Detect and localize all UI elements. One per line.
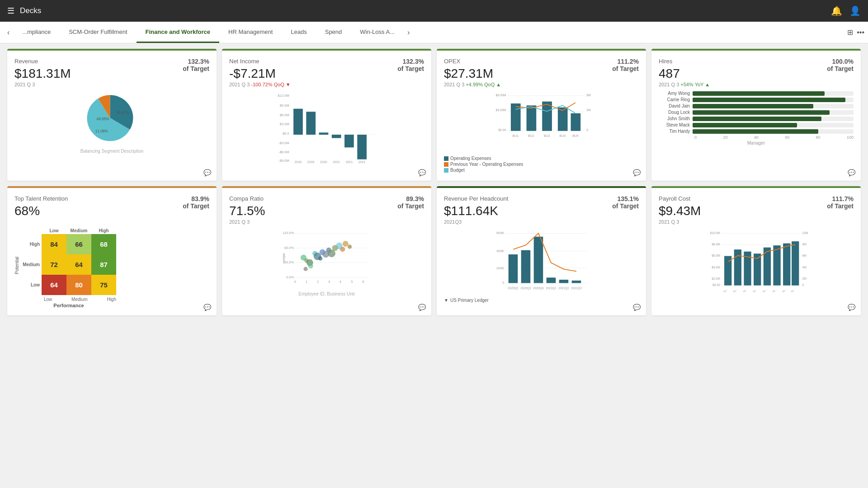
svg-text:$4.00M: $4.00M (495, 108, 506, 112)
talent-card: Top Talent Retention 83.9% of Target 68%… (7, 186, 217, 315)
svg-text:-$6.0M: -$6.0M (278, 150, 289, 154)
svg-text:$8.00M: $8.00M (495, 94, 506, 97)
tab-leads[interactable]: Leads (282, 22, 316, 43)
revenue-target: 132.3% of Target (183, 58, 209, 72)
svg-text:8M: 8M (802, 243, 807, 246)
net-income-card: Net Income 132.3% of Target -$7.21M 2021… (222, 49, 431, 181)
revenue-title: Revenue (14, 58, 209, 65)
svg-text:10M: 10M (802, 231, 809, 235)
svg-rect-17 (357, 135, 367, 160)
tab-compliance[interactable]: ...mpliance (13, 22, 60, 43)
svg-point-79 (348, 244, 352, 249)
payroll-title: Payroll Cost (659, 195, 854, 202)
opex-target: 111.2% of Target (612, 58, 639, 72)
svg-text:compa: compa (282, 253, 286, 263)
nav-prev-arrow[interactable]: ‹ (4, 28, 13, 37)
hires-card: Hires 100.0% of Target 487 2021 Q 3 +54%… (651, 49, 861, 181)
svg-text:400K: 400K (496, 249, 504, 253)
svg-text:BU4: BU4 (560, 134, 566, 137)
hires-comment-icon[interactable]: 💬 (848, 169, 855, 176)
app-title: Decks (20, 6, 831, 15)
svg-rect-127 (792, 241, 799, 286)
svg-rect-125 (773, 245, 780, 286)
nav-next-arrow[interactable]: › (404, 28, 413, 37)
compa-title: Compa Ratio (229, 195, 424, 202)
hires-period: 2021 Q 3 +54% YoY ▲ (659, 82, 854, 87)
svg-rect-13 (306, 112, 316, 135)
svg-point-80 (308, 263, 313, 268)
header-icons: 🔔 👤 (831, 5, 861, 16)
svg-text:2020: 2020 (295, 160, 302, 164)
rev-headcount-comment-icon[interactable]: 💬 (633, 304, 641, 311)
svg-rect-121 (734, 249, 741, 285)
talent-matrix: Potential LowMediumHigh High 84 (14, 223, 209, 308)
compa-value: 71.5% (229, 204, 424, 218)
compa-comment-icon[interactable]: 💬 (418, 304, 426, 311)
tab-finance[interactable]: Finance and Workforce (137, 22, 220, 43)
svg-rect-12 (293, 109, 303, 135)
svg-text:BU2: BU2 (528, 134, 534, 137)
svg-rect-42 (558, 108, 568, 131)
payroll-combo: $10.0M $8.0M $6.0M $4.0M $2.0M $0.00 10M… (659, 229, 854, 292)
svg-text:$6.0M: $6.0M (280, 113, 289, 117)
svg-text:120.0%: 120.0% (283, 231, 294, 235)
talent-comment-icon[interactable]: 💬 (203, 304, 211, 311)
svg-text:$6.0M: $6.0M (712, 254, 720, 257)
opex-comment-icon[interactable]: 💬 (633, 169, 641, 176)
revenue-value: $181.31M (14, 66, 209, 81)
svg-point-81 (303, 267, 307, 271)
svg-text:BU5: BU5 (572, 134, 579, 137)
net-income-target: 132.3% of Target (397, 58, 424, 72)
revenue-chart: 49.05% 39.87% 11.08% (14, 91, 209, 145)
svg-text:2021Q3: 2021Q3 (571, 286, 582, 290)
more-icon[interactable]: ••• (857, 28, 864, 37)
svg-text:2021: 2021 (359, 160, 366, 164)
menu-icon[interactable]: ☰ (7, 6, 14, 16)
ledger-label: ▼ US Primary Ledger (444, 298, 639, 303)
svg-rect-91 (521, 250, 531, 283)
svg-text:2020Q4: 2020Q4 (533, 286, 544, 290)
opex-title: OPEX (444, 58, 639, 65)
talent-target: 83.9% of Target (183, 195, 209, 210)
compa-scatter: 120.0% 80.0% 40.0% 0.0% compa 0 1 2 3 4 … (229, 229, 424, 288)
tab-winloss[interactable]: Win-Loss A... (351, 22, 404, 43)
svg-text:2021Q2: 2021Q2 (558, 286, 569, 290)
svg-rect-40 (527, 105, 537, 131)
svg-point-70 (318, 256, 322, 260)
svg-text:0: 0 (294, 280, 296, 284)
revenue-chart-label: Balancing Segment Description (14, 149, 209, 154)
svg-text:$12.0M: $12.0M (278, 94, 289, 98)
tab-scm[interactable]: SCM-Order Fulfillment (60, 22, 136, 43)
nav-actions: ⊞ ••• (847, 28, 864, 37)
svg-text:$2.0M: $2.0M (712, 277, 720, 280)
tab-hr[interactable]: HR Management (219, 22, 282, 43)
svg-text:6M: 6M (802, 254, 807, 257)
svg-text:5: 5 (351, 280, 353, 284)
bell-icon[interactable]: 🔔 (831, 5, 842, 16)
rev-headcount-period: 2021Q3 (444, 219, 639, 225)
svg-text:$0.00: $0.00 (498, 128, 506, 131)
net-income-title: Net Income (229, 58, 424, 65)
svg-text:2020Q2: 2020Q2 (508, 286, 519, 290)
compa-period: 2021 Q 3 (229, 219, 424, 225)
svg-text:-$9.0M: -$9.0M (278, 159, 289, 163)
svg-text:6: 6 (362, 280, 364, 284)
dashboard: Revenue 132.3% of Target $181.31M 2021 Q… (0, 43, 868, 321)
revenue-comment-icon[interactable]: 💬 (203, 169, 211, 176)
svg-rect-39 (511, 103, 521, 131)
net-income-period: 2021 Q 3 -100.72% QoQ ▼ (229, 82, 424, 87)
user-icon[interactable]: 👤 (849, 5, 861, 16)
svg-rect-43 (571, 113, 581, 131)
payroll-comment-icon[interactable]: 💬 (848, 304, 855, 311)
svg-text:$9.0M: $9.0M (280, 103, 289, 108)
talent-title: Top Talent Retention (14, 195, 209, 202)
hires-value: 487 (659, 66, 854, 81)
svg-text:2M: 2M (802, 277, 807, 280)
svg-text:BU1: BU1 (513, 134, 519, 137)
svg-text:-$3.0M: -$3.0M (278, 141, 289, 145)
tab-spend[interactable]: Spend (316, 22, 351, 43)
net-income-comment-icon[interactable]: 💬 (418, 169, 426, 176)
revenue-pie: 49.05% 39.87% 11.08% (76, 91, 148, 145)
nav-tabs: ‹ ...mpliance SCM-Order Fulfillment Fina… (0, 22, 868, 43)
filter-icon[interactable]: ⊞ (847, 28, 853, 37)
